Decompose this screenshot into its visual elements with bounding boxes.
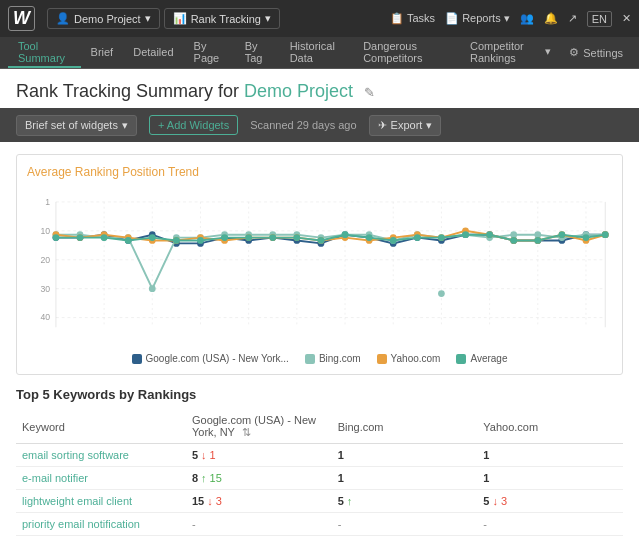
page-header: Rank Tracking Summary for Demo Project ✎ <box>0 69 639 108</box>
project-name: Demo Project <box>74 13 141 25</box>
rank-value: 5 <box>338 495 344 507</box>
top-navigation: W 👤 Demo Project ▾ 📊 Rank Tracking ▾ 📋 T… <box>0 0 639 37</box>
svg-text:10: 10 <box>40 226 50 236</box>
secondary-navigation: Tool Summary Brief Detailed By Page By T… <box>0 37 639 69</box>
nav-right-area: 📋 Tasks 📄 Reports ▾ 👥 🔔 ↗ EN ✕ <box>390 11 631 27</box>
table-row: email clients for windows - ↓ - - <box>16 536 623 544</box>
svg-point-102 <box>221 234 228 241</box>
tab-by-tag[interactable]: By Tag <box>235 37 280 68</box>
rank-group: 8 ↑ 15 <box>192 472 222 484</box>
google-rank-cell: - <box>186 513 332 536</box>
keyword-cell: email clients for windows <box>16 536 186 544</box>
chart-section: Average Ranking Position Trend 1 10 20 3… <box>16 154 623 375</box>
widget-set-selector[interactable]: Brief set of widgets ▾ <box>16 115 137 136</box>
share-icon[interactable]: ↗ <box>568 12 577 25</box>
sort-icon-google[interactable]: ⇅ <box>242 426 251 438</box>
svg-point-97 <box>101 234 108 241</box>
tab-by-page[interactable]: By Page <box>184 37 235 68</box>
col-header-bing: Bing.com <box>332 410 478 444</box>
yahoo-rank-cell: - <box>477 513 623 536</box>
svg-point-104 <box>269 234 276 241</box>
keyword-cell: priority email notification <box>16 513 186 536</box>
bing-rank-cell: 1 <box>332 467 478 490</box>
svg-point-115 <box>534 237 541 244</box>
legend-average-color <box>456 354 466 364</box>
logo[interactable]: W <box>8 6 35 31</box>
page-title: Rank Tracking Summary for Demo Project ✎ <box>16 81 623 102</box>
svg-point-112 <box>462 231 469 238</box>
rank-value: 5 <box>483 495 489 507</box>
rank-dash: - <box>483 518 487 530</box>
svg-point-51 <box>149 285 156 292</box>
keywords-table-section: Top 5 Keywords by Rankings Keyword Googl… <box>16 387 623 543</box>
legend-google-label: Google.com (USA) - New York... <box>146 353 289 364</box>
bing-rank-cell: 5 ↑ <box>332 490 478 513</box>
language-selector[interactable]: EN <box>587 11 612 27</box>
rank-dash: - <box>338 518 342 530</box>
rank-delta-icon: ↑ <box>201 472 207 484</box>
scan-timestamp: Scanned 29 days ago <box>250 119 356 131</box>
rank-delta-icon: ↑ <box>347 495 353 507</box>
legend-yahoo-label: Yahoo.com <box>391 353 441 364</box>
legend-bing-color <box>305 354 315 364</box>
bell-icon[interactable]: 🔔 <box>544 12 558 25</box>
svg-point-114 <box>510 237 517 244</box>
rank-tracking-selector[interactable]: 📊 Rank Tracking ▾ <box>164 8 280 29</box>
svg-point-99 <box>149 234 156 241</box>
legend-average: Average <box>456 353 507 364</box>
svg-point-108 <box>366 234 373 241</box>
svg-point-109 <box>390 237 397 244</box>
google-rank-cell: 15 ↓ 3 <box>186 490 332 513</box>
yahoo-rank-cell: 1 <box>477 444 623 467</box>
svg-point-116 <box>559 231 566 238</box>
user-icon: 👤 <box>56 12 70 25</box>
chart-title: Average Ranking Position Trend <box>27 165 612 179</box>
svg-point-98 <box>125 237 132 244</box>
chevron-down-icon3: ▾ <box>504 12 510 24</box>
tab-competitor-rankings[interactable]: Competitor Rankings ▾ <box>460 37 561 68</box>
bing-rank-cell: - <box>332 513 478 536</box>
project-name-highlight: Demo Project <box>244 81 353 101</box>
rank-group: 5 ↓ 3 <box>483 495 507 507</box>
rank-value: 15 <box>192 495 204 507</box>
legend-bing-label: Bing.com <box>319 353 361 364</box>
keyword-link[interactable]: lightweight email client <box>22 495 132 507</box>
tab-historical-data[interactable]: Historical Data <box>280 37 353 68</box>
table-row: lightweight email client 15 ↓ 3 5 ↑ <box>16 490 623 513</box>
svg-point-110 <box>414 234 421 241</box>
close-icon[interactable]: ✕ <box>622 12 631 25</box>
rank-delta-val: 15 <box>210 472 222 484</box>
tab-detailed[interactable]: Detailed <box>123 37 183 68</box>
keyword-link[interactable]: priority email notification <box>22 518 140 530</box>
legend-yahoo-color <box>377 354 387 364</box>
rank-group: 5 ↓ 1 <box>192 449 216 461</box>
tasks-icon: 📋 <box>390 12 404 24</box>
svg-point-105 <box>293 234 300 241</box>
keyword-cell: email sorting software <box>16 444 186 467</box>
tab-dangerous-competitors[interactable]: Dangerous Competitors <box>353 37 460 68</box>
svg-point-101 <box>197 237 204 244</box>
reports-link[interactable]: 📄 Reports ▾ <box>445 12 510 25</box>
yahoo-rank-cell: 1 <box>477 467 623 490</box>
profile-icon[interactable]: 👥 <box>520 12 534 25</box>
keyword-cell: lightweight email client <box>16 490 186 513</box>
table-title: Top 5 Keywords by Rankings <box>16 387 623 402</box>
add-widgets-button[interactable]: + Add Widgets <box>149 115 238 135</box>
keyword-link[interactable]: e-mail notifier <box>22 472 88 484</box>
export-icon: ✈ <box>378 119 387 132</box>
keyword-link[interactable]: email sorting software <box>22 449 129 461</box>
tasks-link[interactable]: 📋 Tasks <box>390 12 435 25</box>
tab-brief[interactable]: Brief <box>81 37 124 68</box>
rank-delta-val: 3 <box>501 495 507 507</box>
reports-icon: 📄 <box>445 12 459 24</box>
svg-point-113 <box>486 231 493 238</box>
tab-tool-summary[interactable]: Tool Summary <box>8 37 81 68</box>
svg-point-117 <box>583 234 590 241</box>
legend-google: Google.com (USA) - New York... <box>132 353 289 364</box>
legend-bing: Bing.com <box>305 353 361 364</box>
export-button[interactable]: ✈ Export ▾ <box>369 115 442 136</box>
edit-icon[interactable]: ✎ <box>364 85 375 100</box>
yahoo-rank-cell: 5 ↓ 3 <box>477 490 623 513</box>
settings-button[interactable]: ⚙ Settings <box>561 46 631 59</box>
demo-project-selector[interactable]: 👤 Demo Project ▾ <box>47 8 160 29</box>
